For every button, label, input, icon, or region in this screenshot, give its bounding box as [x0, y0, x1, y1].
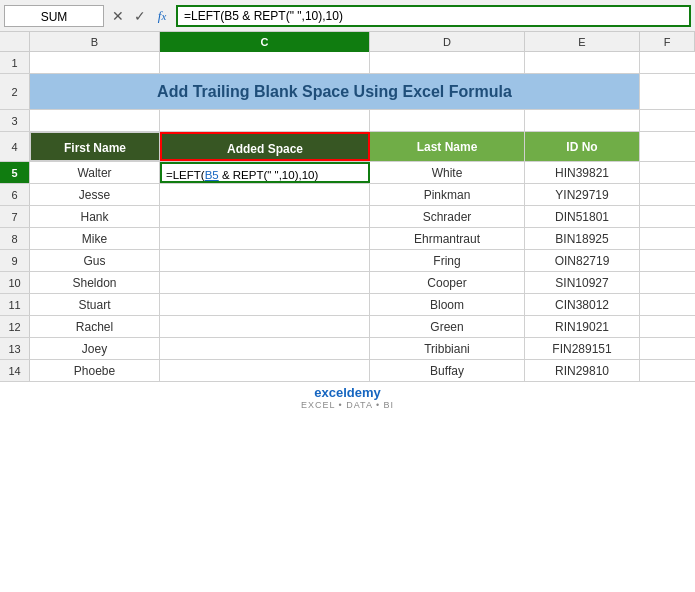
row-header-5: 5	[0, 162, 30, 183]
watermark-brand: exceldemy	[314, 385, 381, 400]
cell-b8[interactable]: Mike	[30, 228, 160, 249]
cell-b10[interactable]: Sheldon	[30, 272, 160, 293]
cell-e3[interactable]	[525, 110, 640, 131]
formula-text: =LEFT(B5 & REPT(" ",10),10)	[184, 5, 343, 27]
cell-e12[interactable]: RIN19021	[525, 316, 640, 337]
cell-c3[interactable]	[160, 110, 370, 131]
cell-b9[interactable]: Gus	[30, 250, 160, 271]
cell-e9[interactable]: OIN82719	[525, 250, 640, 271]
row-header-12: 12	[0, 316, 30, 337]
row-header-13: 13	[0, 338, 30, 359]
col-header-b[interactable]: B	[30, 32, 160, 52]
cell-c10[interactable]	[160, 272, 370, 293]
cell-d12[interactable]: Green	[370, 316, 525, 337]
row-7: 7 Hank Schrader DIN51801	[0, 206, 695, 228]
row-header-11: 11	[0, 294, 30, 315]
cell-c14[interactable]	[160, 360, 370, 381]
cell-e8[interactable]: BIN18925	[525, 228, 640, 249]
cell-b5[interactable]: Walter	[30, 162, 160, 183]
row-header-4: 4	[0, 132, 30, 161]
col-header-e[interactable]: E	[525, 32, 640, 52]
cell-c4-added-space[interactable]: Added Space	[160, 132, 370, 161]
fx-icon[interactable]: fx	[152, 6, 172, 26]
row-header-6: 6	[0, 184, 30, 205]
cell-d3[interactable]	[370, 110, 525, 131]
column-headers: B C D E F	[0, 32, 695, 52]
formula-input[interactable]: =LEFT(B5 & REPT(" ",10),10)	[176, 5, 691, 27]
cell-d4-last-name[interactable]: Last Name	[370, 132, 525, 161]
formula-cell-text: =LEFT(B5 & REPT(" ",10),10)	[166, 169, 318, 181]
row-6: 6 Jesse Pinkman YIN29719	[0, 184, 695, 206]
cell-b7[interactable]: Hank	[30, 206, 160, 227]
watermark: exceldemy EXCEL • DATA • BI	[0, 382, 695, 412]
cell-c7[interactable]	[160, 206, 370, 227]
cell-c1[interactable]	[160, 52, 370, 73]
cancel-icon[interactable]: ✕	[108, 6, 128, 26]
cell-b13[interactable]: Joey	[30, 338, 160, 359]
cell-b3[interactable]	[30, 110, 160, 131]
cell-c12[interactable]	[160, 316, 370, 337]
cell-c13[interactable]	[160, 338, 370, 359]
cell-b12[interactable]: Rachel	[30, 316, 160, 337]
row-header-8: 8	[0, 228, 30, 249]
grid: 1 2 Add Trailing Blank Space Using Excel…	[0, 52, 695, 382]
confirm-icon[interactable]: ✓	[130, 6, 150, 26]
cell-e14[interactable]: RIN29810	[525, 360, 640, 381]
cell-c9[interactable]	[160, 250, 370, 271]
cell-e5[interactable]: HIN39821	[525, 162, 640, 183]
row-2: 2 Add Trailing Blank Space Using Excel F…	[0, 74, 695, 110]
cell-b11[interactable]: Stuart	[30, 294, 160, 315]
row-3: 3	[0, 110, 695, 132]
cell-d13[interactable]: Tribbiani	[370, 338, 525, 359]
cell-e4-id-no[interactable]: ID No	[525, 132, 640, 161]
cell-d8[interactable]: Ehrmantraut	[370, 228, 525, 249]
cell-d11[interactable]: Bloom	[370, 294, 525, 315]
cell-c5[interactable]: =LEFT(B5 & REPT(" ",10),10)	[160, 162, 370, 183]
row-8: 8 Mike Ehrmantraut BIN18925	[0, 228, 695, 250]
row-12: 12 Rachel Green RIN19021	[0, 316, 695, 338]
cell-d1[interactable]	[370, 52, 525, 73]
row-header-14: 14	[0, 360, 30, 381]
row-13: 13 Joey Tribbiani FIN289151	[0, 338, 695, 360]
cell-b1[interactable]	[30, 52, 160, 73]
cell-c8[interactable]	[160, 228, 370, 249]
cell-e10[interactable]: SIN10927	[525, 272, 640, 293]
row-9: 9 Gus Fring OIN82719	[0, 250, 695, 272]
cell-e1[interactable]	[525, 52, 640, 73]
cell-e11[interactable]: CIN38012	[525, 294, 640, 315]
cell-b6[interactable]: Jesse	[30, 184, 160, 205]
row-header-3: 3	[0, 110, 30, 131]
cell-c6[interactable]	[160, 184, 370, 205]
col-header-c[interactable]: C	[160, 32, 370, 52]
cell-d7[interactable]: Schrader	[370, 206, 525, 227]
formula-icons: ✕ ✓ fx	[108, 6, 172, 26]
cell-d10[interactable]: Cooper	[370, 272, 525, 293]
cell-e13[interactable]: FIN289151	[525, 338, 640, 359]
row-10: 10 Sheldon Cooper SIN10927	[0, 272, 695, 294]
corner-spacer	[0, 32, 30, 51]
row-header-2: 2	[0, 74, 30, 109]
spreadsheet: B C D E F 1 2 Add Trailing Blank Space U…	[0, 32, 695, 382]
cell-c11[interactable]	[160, 294, 370, 315]
cell-d9[interactable]: Fring	[370, 250, 525, 271]
row-header-7: 7	[0, 206, 30, 227]
formula-bar-container: SUM ✕ ✓ fx =LEFT(B5 & REPT(" ",10),10)	[0, 0, 695, 32]
cell-e7[interactable]: DIN51801	[525, 206, 640, 227]
title-cell: Add Trailing Blank Space Using Excel For…	[30, 74, 640, 109]
cell-d6[interactable]: Pinkman	[370, 184, 525, 205]
cell-e6[interactable]: YIN29719	[525, 184, 640, 205]
row-1: 1	[0, 52, 695, 74]
row-5: 5 Walter =LEFT(B5 & REPT(" ",10),10) Whi…	[0, 162, 695, 184]
col-header-f[interactable]: F	[640, 32, 695, 52]
row-14: 14 Phoebe Buffay RIN29810	[0, 360, 695, 382]
name-box[interactable]: SUM	[4, 5, 104, 27]
col-header-d[interactable]: D	[370, 32, 525, 52]
cell-b14[interactable]: Phoebe	[30, 360, 160, 381]
row-header-9: 9	[0, 250, 30, 271]
row-header-10: 10	[0, 272, 30, 293]
cell-d5[interactable]: White	[370, 162, 525, 183]
cell-b4-first-name[interactable]: First Name	[30, 132, 160, 161]
cell-d14[interactable]: Buffay	[370, 360, 525, 381]
row-header-1: 1	[0, 52, 30, 73]
row-11: 11 Stuart Bloom CIN38012	[0, 294, 695, 316]
